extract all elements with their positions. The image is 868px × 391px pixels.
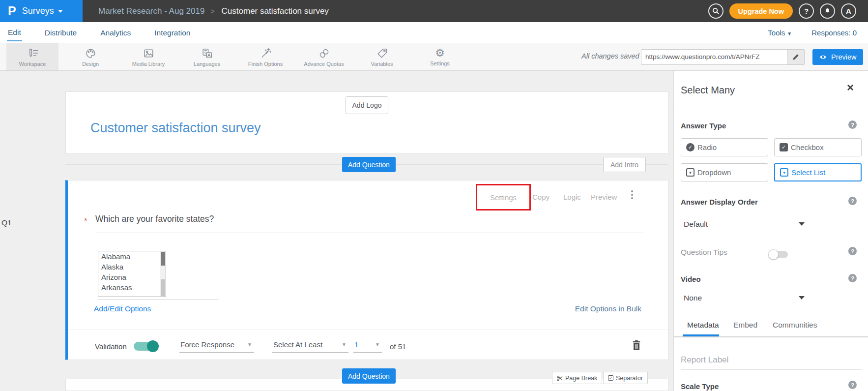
- list-option[interactable]: Alaska: [98, 262, 166, 272]
- scrollbar-thumb[interactable]: [161, 252, 165, 266]
- help-icon: ?: [804, 7, 809, 15]
- toolbar-item-workspace[interactable]: Workspace: [6, 43, 58, 70]
- list-scrollbar[interactable]: [160, 251, 166, 297]
- question-copy-button[interactable]: Copy: [532, 193, 550, 201]
- answer-display-order-help-button[interactable]: ?: [848, 197, 857, 205]
- toolbar-item-media-library[interactable]: Media Library: [122, 43, 174, 70]
- question-settings-button[interactable]: Settings: [490, 193, 517, 202]
- scrollbar-track-end: [161, 279, 165, 296]
- separator-button[interactable]: ✓ Separator: [603, 372, 648, 384]
- toolbar-item-advance-quotas[interactable]: Advance Quotas: [298, 43, 350, 70]
- toolbar-item-settings[interactable]: ⚙ Settings: [414, 43, 466, 70]
- add-question-button-top[interactable]: Add Question: [342, 157, 396, 172]
- tab-communities[interactable]: Communities: [773, 321, 817, 330]
- question-tips-help-button[interactable]: ?: [848, 247, 857, 255]
- nav-right: Tools▼ Responses: 0: [768, 29, 868, 37]
- add-question-button-bottom[interactable]: Add Question: [342, 368, 396, 384]
- tools-menu[interactable]: Tools▼: [768, 29, 792, 37]
- list-option[interactable]: Arkansas: [98, 282, 166, 293]
- app-root: P Surveys Market Research - Aug 2019 > C…: [0, 0, 868, 391]
- chevron-down-icon[interactable]: [799, 222, 805, 226]
- answer-type-checkbox[interactable]: ✓ Checkbox: [774, 138, 862, 156]
- search-button[interactable]: [708, 3, 723, 19]
- preview-label: Preview: [831, 53, 857, 61]
- upgrade-now-button[interactable]: Upgrade Now: [729, 3, 793, 19]
- chevron-down-icon: ▼: [247, 342, 252, 347]
- tabs-divider: [674, 336, 868, 337]
- validation-toggle[interactable]: [134, 342, 158, 351]
- dropdown-icon: ▾: [686, 168, 694, 177]
- answer-display-order-label: Answer Display Order: [681, 198, 758, 206]
- toolbar-item-finish-options[interactable]: Finish Options: [239, 43, 291, 70]
- tab-distribute[interactable]: Distribute: [44, 24, 78, 41]
- breadcrumb-folder[interactable]: Market Research - Aug 2019: [98, 6, 204, 16]
- toolbar-item-design[interactable]: Design: [64, 43, 116, 70]
- add-intro-button[interactable]: Add Intro: [603, 157, 646, 172]
- add-question-label: Add Question: [348, 372, 390, 380]
- search-icon: [712, 7, 720, 15]
- breadcrumb-separator: >: [210, 7, 214, 15]
- question-tips-toggle[interactable]: [769, 251, 788, 258]
- validation-count-dropdown[interactable]: 1 ▼: [353, 340, 382, 353]
- list-option[interactable]: Arizona: [98, 272, 166, 282]
- chevron-down-icon: ▼: [375, 342, 380, 347]
- surveys-menu[interactable]: P Surveys: [0, 0, 83, 22]
- report-label-input[interactable]: [681, 355, 862, 369]
- add-edit-options-link[interactable]: Add/Edit Options: [94, 304, 151, 313]
- page-break-icon: [557, 375, 563, 381]
- kebab-icon: [631, 190, 633, 192]
- tools-label: Tools: [768, 29, 785, 37]
- tab-edit[interactable]: Edit: [7, 24, 22, 41]
- answer-type-radio[interactable]: ✓ Radio: [681, 138, 768, 156]
- scale-type-help-button[interactable]: ?: [848, 381, 857, 389]
- chevron-down-icon: ▼: [342, 342, 347, 347]
- toolbar-item-label: Advance Quotas: [304, 61, 344, 67]
- survey-url-text: https://www.questionpro.com/t/APNrFZ: [641, 50, 787, 64]
- toolbar-item-label: Workspace: [19, 61, 46, 67]
- toolbar-item-variables[interactable]: Variables: [356, 43, 408, 70]
- answer-type-select-list[interactable]: ▾ Select List: [774, 163, 862, 181]
- validation-label: Validation: [95, 342, 127, 351]
- answer-type-help-button[interactable]: ?: [848, 120, 857, 129]
- close-panel-button[interactable]: ×: [847, 82, 854, 93]
- edit-url-button[interactable]: [787, 50, 804, 64]
- question-logic-button[interactable]: Logic: [563, 193, 581, 201]
- answer-display-order-dropdown[interactable]: Default: [684, 220, 708, 229]
- notifications-button[interactable]: [820, 3, 835, 19]
- preview-button[interactable]: Preview: [812, 49, 863, 65]
- question-text[interactable]: Which are your favorite states?: [95, 214, 214, 224]
- radio-icon: ✓: [686, 143, 694, 151]
- validation-condition-dropdown[interactable]: Select At Least ▼: [272, 340, 348, 353]
- responses-count[interactable]: Responses: 0: [811, 29, 857, 37]
- tab-embed[interactable]: Embed: [733, 321, 757, 330]
- delete-question-button[interactable]: [632, 340, 641, 353]
- trash-icon: [632, 340, 641, 351]
- tab-analytics[interactable]: Analytics: [99, 24, 132, 41]
- product-menu-label: Surveys: [22, 6, 54, 16]
- add-logo-label: Add Logo: [352, 101, 382, 109]
- survey-title[interactable]: Customer satisfaction survey: [90, 120, 261, 136]
- answer-type-dropdown[interactable]: ▾ Dropdown: [681, 163, 768, 181]
- validation-divider: [68, 330, 668, 330]
- tab-integration[interactable]: Integration: [153, 24, 191, 41]
- help-button[interactable]: ?: [799, 3, 814, 19]
- page-break-label: Page Break: [565, 375, 597, 382]
- video-help-button[interactable]: ?: [848, 274, 857, 282]
- validation-rule-dropdown[interactable]: Force Response ▼: [179, 340, 254, 353]
- question-more-menu[interactable]: [631, 189, 633, 201]
- page-break-button[interactable]: Page Break: [552, 372, 602, 384]
- workspace-icon: [27, 47, 39, 60]
- video-dropdown[interactable]: None: [684, 294, 702, 302]
- list-option[interactable]: Alabama: [98, 251, 166, 262]
- chevron-down-icon[interactable]: [799, 296, 805, 300]
- required-icon: *: [84, 216, 87, 226]
- answer-select-list[interactable]: Alabama Alaska Arizona Arkansas: [98, 251, 166, 297]
- edit-options-in-bulk-link[interactable]: Edit Options in Bulk: [575, 304, 641, 313]
- tab-metadata[interactable]: Metadata: [687, 321, 719, 330]
- video-label: Video: [681, 275, 701, 283]
- question-preview-button[interactable]: Preview: [591, 193, 617, 201]
- account-button[interactable]: A: [841, 3, 856, 19]
- add-logo-button[interactable]: Add Logo: [346, 96, 389, 114]
- survey-url-field[interactable]: https://www.questionpro.com/t/APNrFZ: [641, 49, 805, 65]
- toolbar-item-languages[interactable]: Languages: [181, 43, 233, 70]
